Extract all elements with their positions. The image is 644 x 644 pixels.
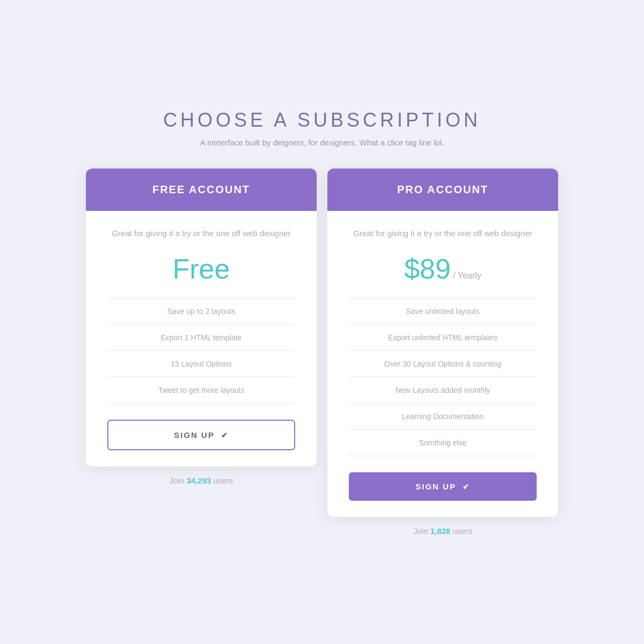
pro-feature-1: Save unlimted layouts — [349, 298, 537, 325]
pro-feature-2: Export unlimted HTML templates — [349, 325, 537, 351]
pro-plan-title: PRO ACCOUNT — [397, 184, 488, 195]
free-signup-button[interactable]: SIGN UP ✔ — [107, 420, 295, 450]
free-checkmark-icon: ✔ — [221, 431, 229, 440]
pro-feature-3: Over 30 Layout Options & counting — [349, 351, 537, 377]
free-plan-description: Great for giving it a try or the one off… — [107, 227, 295, 240]
pro-feature-5: Learning Documentation — [349, 404, 537, 430]
free-plan-title: FREE ACCOUNT — [152, 184, 250, 195]
pro-signup-button[interactable]: SIGN UP ✔ — [349, 472, 537, 501]
page-header: CHOOSE A SUBSCRIPTION A intrterface buil… — [163, 109, 481, 147]
pro-plan-card: PRO ACCOUNT Great for giving it a try or… — [327, 169, 558, 517]
pro-feature-6: Somthing else — [349, 430, 537, 456]
free-feature-2: Export 1 HTML template — [107, 325, 295, 351]
free-users-suffix: users — [214, 476, 233, 485]
pro-plan-description: Great for giving it a try or the one off… — [349, 227, 537, 240]
pro-plan-header: PRO ACCOUNT — [327, 169, 558, 211]
free-feature-1: Save up to 2 layouts — [107, 298, 295, 325]
free-users-label: Join — [170, 476, 185, 485]
pro-checkmark-icon: ✔ — [463, 482, 470, 491]
free-feature-4: Tweet to get more layouts — [107, 377, 295, 404]
pro-plan-body: Great for giving it a try or the one off… — [327, 211, 558, 517]
pro-plan-wrapper: PRO ACCOUNT Great for giving it a try or… — [327, 169, 558, 536]
free-price-amount: Free — [173, 253, 230, 284]
free-plan-wrapper: FREE ACCOUNT Great for giving it a try o… — [86, 169, 317, 485]
free-users-count: 34,293 — [186, 476, 211, 485]
free-plan-header: FREE ACCOUNT — [86, 169, 317, 211]
pro-price-amount: $89 — [404, 253, 451, 284]
plans-container: FREE ACCOUNT Great for giving it a try o… — [86, 169, 558, 536]
page-subtitle: A intrterface built by deigners, for des… — [163, 138, 481, 147]
pro-users-suffix: users — [452, 526, 472, 536]
pro-users-count: 1,828 — [430, 526, 451, 536]
pro-plan-users: Join 1,828 users — [413, 526, 472, 536]
free-features-list: Save up to 2 layouts Export 1 HTML templ… — [107, 298, 295, 404]
pro-price-period: / Yearly — [453, 271, 481, 280]
free-signup-label: SIGN UP — [174, 430, 214, 440]
page-title: CHOOSE A SUBSCRIPTION — [163, 109, 481, 131]
pro-feature-4: New Layouts added monthly — [349, 377, 537, 404]
free-plan-body: Great for giving it a try or the one off… — [86, 211, 317, 466]
free-plan-card: FREE ACCOUNT Great for giving it a try o… — [86, 169, 317, 466]
free-plan-users: Join 34,293 users — [170, 476, 233, 485]
free-plan-price: Free — [107, 253, 295, 285]
free-feature-3: 15 Layout Options — [107, 351, 295, 377]
pro-users-label: Join — [413, 526, 428, 536]
pro-signup-label: SIGN UP — [415, 482, 456, 491]
pro-features-list: Save unlimted layouts Export unlimted HT… — [349, 298, 537, 456]
pro-plan-price: $89 / Yearly — [349, 253, 537, 285]
